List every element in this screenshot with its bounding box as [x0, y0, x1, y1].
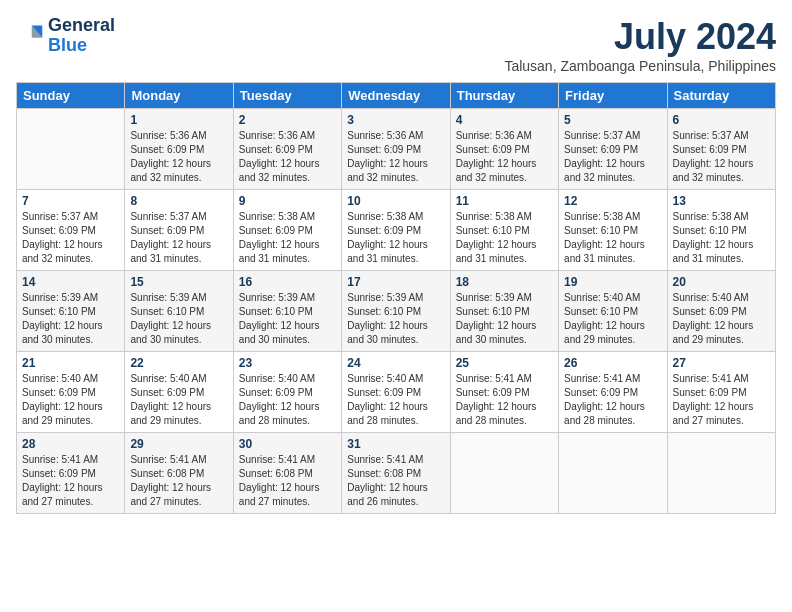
day-number: 2	[239, 113, 336, 127]
calendar-table: SundayMondayTuesdayWednesdayThursdayFrid…	[16, 82, 776, 514]
calendar-cell: 17Sunrise: 5:39 AM Sunset: 6:10 PM Dayli…	[342, 271, 450, 352]
calendar-cell: 18Sunrise: 5:39 AM Sunset: 6:10 PM Dayli…	[450, 271, 558, 352]
calendar-cell: 21Sunrise: 5:40 AM Sunset: 6:09 PM Dayli…	[17, 352, 125, 433]
day-info: Sunrise: 5:38 AM Sunset: 6:10 PM Dayligh…	[456, 210, 553, 266]
day-number: 17	[347, 275, 444, 289]
day-number: 15	[130, 275, 227, 289]
day-number: 11	[456, 194, 553, 208]
calendar-cell: 29Sunrise: 5:41 AM Sunset: 6:08 PM Dayli…	[125, 433, 233, 514]
day-info: Sunrise: 5:39 AM Sunset: 6:10 PM Dayligh…	[456, 291, 553, 347]
location-title: Talusan, Zamboanga Peninsula, Philippine…	[504, 58, 776, 74]
day-info: Sunrise: 5:39 AM Sunset: 6:10 PM Dayligh…	[239, 291, 336, 347]
weekday-thursday: Thursday	[450, 83, 558, 109]
day-number: 18	[456, 275, 553, 289]
day-info: Sunrise: 5:37 AM Sunset: 6:09 PM Dayligh…	[673, 129, 770, 185]
day-number: 31	[347, 437, 444, 451]
weekday-monday: Monday	[125, 83, 233, 109]
title-block: July 2024 Talusan, Zamboanga Peninsula, …	[504, 16, 776, 74]
day-info: Sunrise: 5:41 AM Sunset: 6:09 PM Dayligh…	[456, 372, 553, 428]
day-info: Sunrise: 5:36 AM Sunset: 6:09 PM Dayligh…	[456, 129, 553, 185]
calendar-cell: 8Sunrise: 5:37 AM Sunset: 6:09 PM Daylig…	[125, 190, 233, 271]
day-info: Sunrise: 5:38 AM Sunset: 6:10 PM Dayligh…	[673, 210, 770, 266]
weekday-header-row: SundayMondayTuesdayWednesdayThursdayFrid…	[17, 83, 776, 109]
day-number: 4	[456, 113, 553, 127]
day-info: Sunrise: 5:38 AM Sunset: 6:10 PM Dayligh…	[564, 210, 661, 266]
calendar-cell: 25Sunrise: 5:41 AM Sunset: 6:09 PM Dayli…	[450, 352, 558, 433]
calendar-cell: 26Sunrise: 5:41 AM Sunset: 6:09 PM Dayli…	[559, 352, 667, 433]
calendar-cell: 31Sunrise: 5:41 AM Sunset: 6:08 PM Dayli…	[342, 433, 450, 514]
weekday-tuesday: Tuesday	[233, 83, 341, 109]
day-info: Sunrise: 5:39 AM Sunset: 6:10 PM Dayligh…	[130, 291, 227, 347]
day-info: Sunrise: 5:40 AM Sunset: 6:09 PM Dayligh…	[130, 372, 227, 428]
day-info: Sunrise: 5:36 AM Sunset: 6:09 PM Dayligh…	[347, 129, 444, 185]
day-number: 1	[130, 113, 227, 127]
weekday-wednesday: Wednesday	[342, 83, 450, 109]
calendar-cell: 28Sunrise: 5:41 AM Sunset: 6:09 PM Dayli…	[17, 433, 125, 514]
day-info: Sunrise: 5:40 AM Sunset: 6:09 PM Dayligh…	[22, 372, 119, 428]
month-title: July 2024	[504, 16, 776, 58]
day-number: 28	[22, 437, 119, 451]
calendar-cell: 9Sunrise: 5:38 AM Sunset: 6:09 PM Daylig…	[233, 190, 341, 271]
day-info: Sunrise: 5:36 AM Sunset: 6:09 PM Dayligh…	[130, 129, 227, 185]
calendar-cell: 7Sunrise: 5:37 AM Sunset: 6:09 PM Daylig…	[17, 190, 125, 271]
calendar-cell: 2Sunrise: 5:36 AM Sunset: 6:09 PM Daylig…	[233, 109, 341, 190]
day-info: Sunrise: 5:39 AM Sunset: 6:10 PM Dayligh…	[347, 291, 444, 347]
day-number: 24	[347, 356, 444, 370]
weekday-sunday: Sunday	[17, 83, 125, 109]
calendar-cell: 27Sunrise: 5:41 AM Sunset: 6:09 PM Dayli…	[667, 352, 775, 433]
calendar-cell: 3Sunrise: 5:36 AM Sunset: 6:09 PM Daylig…	[342, 109, 450, 190]
day-number: 14	[22, 275, 119, 289]
calendar-cell: 16Sunrise: 5:39 AM Sunset: 6:10 PM Dayli…	[233, 271, 341, 352]
day-info: Sunrise: 5:37 AM Sunset: 6:09 PM Dayligh…	[22, 210, 119, 266]
day-number: 21	[22, 356, 119, 370]
calendar-cell: 23Sunrise: 5:40 AM Sunset: 6:09 PM Dayli…	[233, 352, 341, 433]
day-info: Sunrise: 5:38 AM Sunset: 6:09 PM Dayligh…	[347, 210, 444, 266]
day-info: Sunrise: 5:41 AM Sunset: 6:08 PM Dayligh…	[239, 453, 336, 509]
weekday-saturday: Saturday	[667, 83, 775, 109]
logo-text-general: General	[48, 16, 115, 36]
calendar-cell	[667, 433, 775, 514]
day-number: 5	[564, 113, 661, 127]
calendar-cell	[450, 433, 558, 514]
calendar-cell	[559, 433, 667, 514]
day-number: 8	[130, 194, 227, 208]
calendar-cell: 11Sunrise: 5:38 AM Sunset: 6:10 PM Dayli…	[450, 190, 558, 271]
week-row-2: 7Sunrise: 5:37 AM Sunset: 6:09 PM Daylig…	[17, 190, 776, 271]
calendar-cell: 6Sunrise: 5:37 AM Sunset: 6:09 PM Daylig…	[667, 109, 775, 190]
day-info: Sunrise: 5:36 AM Sunset: 6:09 PM Dayligh…	[239, 129, 336, 185]
day-info: Sunrise: 5:40 AM Sunset: 6:10 PM Dayligh…	[564, 291, 661, 347]
calendar-cell: 19Sunrise: 5:40 AM Sunset: 6:10 PM Dayli…	[559, 271, 667, 352]
day-number: 23	[239, 356, 336, 370]
day-info: Sunrise: 5:38 AM Sunset: 6:09 PM Dayligh…	[239, 210, 336, 266]
week-row-1: 1Sunrise: 5:36 AM Sunset: 6:09 PM Daylig…	[17, 109, 776, 190]
logo-text-blue: Blue	[48, 36, 115, 56]
calendar-cell: 12Sunrise: 5:38 AM Sunset: 6:10 PM Dayli…	[559, 190, 667, 271]
calendar-cell: 1Sunrise: 5:36 AM Sunset: 6:09 PM Daylig…	[125, 109, 233, 190]
day-number: 10	[347, 194, 444, 208]
day-number: 30	[239, 437, 336, 451]
day-number: 16	[239, 275, 336, 289]
day-number: 9	[239, 194, 336, 208]
calendar-cell: 22Sunrise: 5:40 AM Sunset: 6:09 PM Dayli…	[125, 352, 233, 433]
week-row-3: 14Sunrise: 5:39 AM Sunset: 6:10 PM Dayli…	[17, 271, 776, 352]
calendar-cell: 24Sunrise: 5:40 AM Sunset: 6:09 PM Dayli…	[342, 352, 450, 433]
day-number: 6	[673, 113, 770, 127]
day-number: 12	[564, 194, 661, 208]
day-number: 25	[456, 356, 553, 370]
day-info: Sunrise: 5:41 AM Sunset: 6:09 PM Dayligh…	[22, 453, 119, 509]
calendar-cell: 30Sunrise: 5:41 AM Sunset: 6:08 PM Dayli…	[233, 433, 341, 514]
calendar-cell: 10Sunrise: 5:38 AM Sunset: 6:09 PM Dayli…	[342, 190, 450, 271]
logo: General Blue	[16, 16, 115, 56]
day-info: Sunrise: 5:41 AM Sunset: 6:08 PM Dayligh…	[347, 453, 444, 509]
day-info: Sunrise: 5:41 AM Sunset: 6:08 PM Dayligh…	[130, 453, 227, 509]
day-info: Sunrise: 5:40 AM Sunset: 6:09 PM Dayligh…	[347, 372, 444, 428]
calendar-cell: 15Sunrise: 5:39 AM Sunset: 6:10 PM Dayli…	[125, 271, 233, 352]
calendar-cell	[17, 109, 125, 190]
day-number: 3	[347, 113, 444, 127]
day-info: Sunrise: 5:40 AM Sunset: 6:09 PM Dayligh…	[673, 291, 770, 347]
day-info: Sunrise: 5:41 AM Sunset: 6:09 PM Dayligh…	[673, 372, 770, 428]
day-number: 26	[564, 356, 661, 370]
logo-icon	[16, 22, 44, 50]
day-number: 27	[673, 356, 770, 370]
day-number: 19	[564, 275, 661, 289]
